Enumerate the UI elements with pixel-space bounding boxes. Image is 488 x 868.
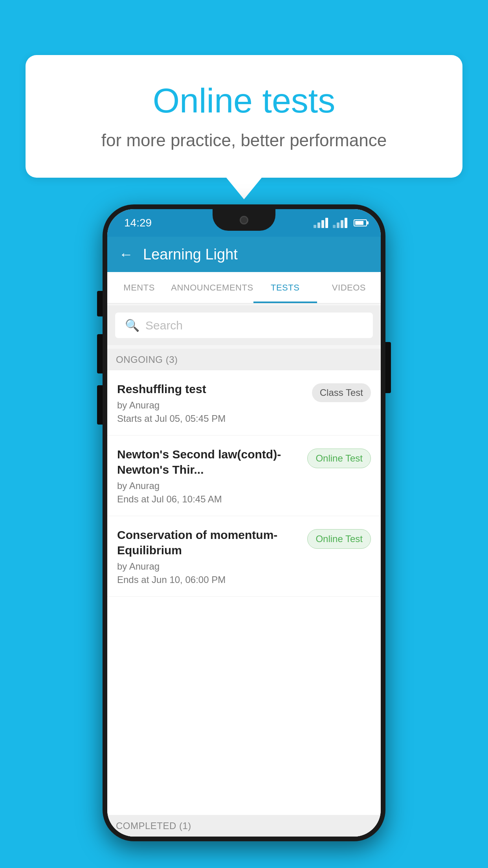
phone-frame: 14:29 — [103, 204, 385, 841]
phone-mockup: 14:29 — [103, 204, 385, 841]
test-author-3: by Anurag — [117, 561, 301, 572]
test-item-2[interactable]: Newton's Second law(contd)-Newton's Thir… — [107, 436, 381, 516]
phone-button-volume-silent — [97, 291, 103, 316]
speech-bubble-subtitle: for more practice, better performance — [57, 131, 431, 150]
tabs-bar: MENTS ANNOUNCEMENTS TESTS VIDEOS — [107, 272, 381, 303]
speech-bubble-title: Online tests — [57, 81, 431, 121]
front-camera — [240, 216, 248, 224]
search-container: 🔍 Search — [107, 305, 381, 345]
test-info-2: Newton's Second law(contd)-Newton's Thir… — [117, 447, 301, 505]
speech-bubble-section: Online tests for more practice, better p… — [26, 55, 462, 199]
speech-bubble-arrow — [226, 178, 262, 199]
section-completed-header: COMPLETED (1) — [107, 815, 381, 837]
status-icons — [314, 218, 367, 228]
test-author-1: by Anurag — [117, 400, 306, 411]
test-badge-1: Class Test — [312, 383, 371, 402]
test-item-1[interactable]: Reshuffling test by Anurag Starts at Jul… — [107, 370, 381, 436]
speech-bubble: Online tests for more practice, better p… — [26, 55, 462, 178]
search-placeholder: Search — [145, 319, 183, 332]
back-button[interactable]: ← — [119, 246, 133, 263]
wifi-icon — [314, 218, 328, 228]
app-bar: ← Learning Light — [107, 237, 381, 272]
test-info-1: Reshuffling test by Anurag Starts at Jul… — [117, 381, 306, 424]
tab-ments[interactable]: MENTS — [107, 272, 171, 303]
section-completed-label: COMPLETED (1) — [116, 820, 191, 831]
section-ongoing-header: ONGOING (3) — [107, 349, 381, 371]
test-time-1: Starts at Jul 05, 05:45 PM — [117, 413, 306, 424]
status-time: 14:29 — [121, 217, 152, 229]
test-badge-2: Online Test — [307, 449, 371, 468]
tab-announcements[interactable]: ANNOUNCEMENTS — [171, 272, 253, 303]
test-time-2: Ends at Jul 06, 10:45 AM — [117, 494, 301, 505]
test-info-3: Conservation of momentum-Equilibrium by … — [117, 527, 301, 585]
test-list: Reshuffling test by Anurag Starts at Jul… — [107, 370, 381, 837]
test-author-2: by Anurag — [117, 480, 301, 491]
test-title-1: Reshuffling test — [117, 381, 306, 397]
search-bar[interactable]: 🔍 Search — [115, 313, 373, 338]
tab-videos[interactable]: VIDEOS — [317, 272, 381, 303]
phone-button-power — [385, 342, 391, 393]
search-icon: 🔍 — [125, 318, 139, 332]
test-time-3: Ends at Jun 10, 06:00 PM — [117, 574, 301, 585]
phone-button-volume-up — [97, 334, 103, 373]
test-item-3[interactable]: Conservation of momentum-Equilibrium by … — [107, 516, 381, 597]
tab-tests[interactable]: TESTS — [253, 272, 317, 303]
test-badge-3: Online Test — [307, 529, 371, 549]
battery-icon — [354, 219, 367, 226]
app-title: Learning Light — [143, 246, 238, 263]
phone-button-volume-down — [97, 385, 103, 425]
signal-icon — [333, 218, 347, 228]
phone-screen: 14:29 — [107, 209, 381, 837]
test-title-2: Newton's Second law(contd)-Newton's Thir… — [117, 447, 301, 477]
test-title-3: Conservation of momentum-Equilibrium — [117, 527, 301, 558]
section-ongoing-label: ONGOING (3) — [116, 354, 178, 365]
phone-notch — [213, 209, 275, 231]
